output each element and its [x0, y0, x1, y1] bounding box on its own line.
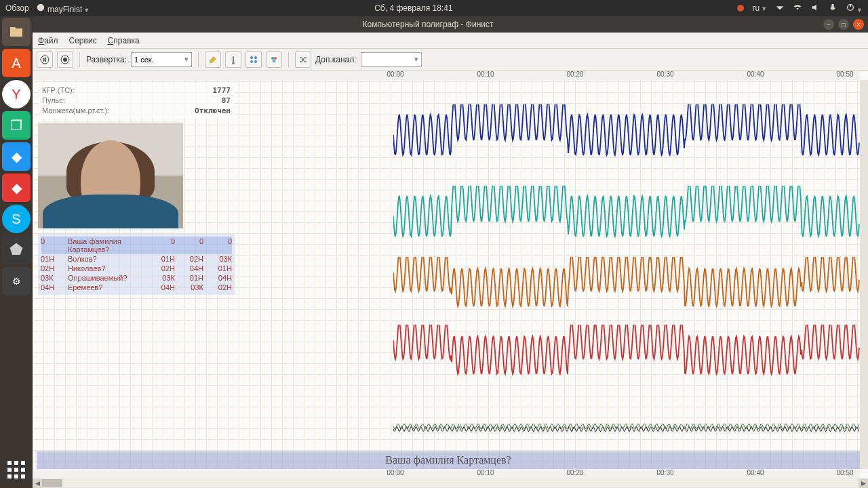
- scroll-right[interactable]: ▶: [859, 479, 868, 488]
- app-menu[interactable]: mayFinist▼: [36, 3, 90, 14]
- svg-point-0: [37, 3, 44, 11]
- show-applications[interactable]: [2, 455, 31, 484]
- window-title: Компьютерный полиграф - Финист: [37, 20, 819, 29]
- keyboard-layout[interactable]: ru▼: [752, 3, 767, 13]
- menu-file[interactable]: Файл: [38, 36, 58, 45]
- tool-marker[interactable]: [225, 52, 241, 68]
- extra-channel-combo[interactable]: [361, 52, 422, 67]
- launcher-yandex[interactable]: Y: [2, 80, 31, 108]
- record-button[interactable]: [57, 52, 73, 68]
- svg-rect-5: [43, 58, 45, 62]
- close-button[interactable]: ×: [853, 19, 864, 30]
- recording-indicator-icon: [737, 5, 744, 12]
- current-question-banner: Ваша фамилия Картамцев?: [37, 451, 860, 469]
- launcher-app-blue[interactable]: ◆: [2, 142, 31, 171]
- time-ruler-top: 00:0000:1000:2000:3000:4000:50: [33, 70, 860, 80]
- waveform-area: [393, 104, 860, 447]
- app-window: Компьютерный полиграф - Финист － □ × Фай…: [33, 16, 868, 488]
- chart-area: 00:0000:1000:2000:3000:4000:50 КГР (ТС):…: [33, 70, 868, 488]
- tool-color[interactable]: [266, 52, 282, 68]
- svg-point-17: [273, 60, 275, 62]
- svg-point-15: [271, 57, 274, 60]
- svg-point-14: [254, 60, 257, 63]
- pause-button[interactable]: [37, 52, 53, 68]
- tool-shuffle[interactable]: [295, 52, 311, 68]
- launcher-software[interactable]: A: [2, 49, 31, 77]
- horizontal-scrollbar[interactable]: ◀ ▶: [33, 479, 868, 488]
- vertical-scrollbar[interactable]: [860, 80, 868, 469]
- extra-channel-label: Доп.канал:: [315, 55, 357, 64]
- svg-point-13: [250, 60, 253, 63]
- svg-point-12: [254, 56, 257, 59]
- camera-preview: [38, 123, 183, 228]
- side-panel: КГР (ТС):1777 Пульс:87 Манжета(мм.рт.ст.…: [38, 83, 235, 295]
- launcher-app-red[interactable]: ◆: [2, 174, 31, 202]
- activities-button[interactable]: Обзор: [5, 3, 29, 13]
- launcher-settings[interactable]: ⚙: [2, 267, 31, 296]
- svg-point-11: [250, 56, 253, 59]
- maximize-button[interactable]: □: [838, 19, 849, 30]
- launcher-skype[interactable]: S: [2, 205, 31, 233]
- tool-link[interactable]: [245, 52, 262, 68]
- launcher-files[interactable]: [2, 18, 31, 46]
- menu-help[interactable]: Справка: [108, 36, 140, 45]
- time-ruler-bottom: 00:0000:1000:2000:3000:4000:50: [33, 469, 860, 479]
- svg-point-10: [232, 62, 235, 64]
- svg-rect-9: [233, 56, 234, 62]
- tool-clear[interactable]: [205, 52, 221, 68]
- sweep-combo[interactable]: 1 сек.: [131, 52, 192, 67]
- microphone-icon[interactable]: [828, 3, 837, 14]
- sweep-label: Развертка:: [86, 55, 127, 64]
- svg-point-16: [274, 57, 277, 60]
- stats-panel: КГР (ТС):1777 Пульс:87 Манжета(мм.рт.ст.…: [38, 83, 235, 119]
- launcher-dock: A Y ❐ ◆ ◆ S ⚙: [0, 16, 33, 488]
- network-icon[interactable]: [775, 3, 785, 14]
- launcher-finist[interactable]: [2, 236, 31, 264]
- clock[interactable]: Сб, 4 февраля 18:41: [90, 3, 737, 13]
- power-icon[interactable]: ▼: [846, 3, 863, 14]
- minimize-button[interactable]: －: [823, 19, 834, 30]
- svg-rect-3: [850, 3, 851, 6]
- menu-bar: Файл Сервис Справка: [33, 33, 868, 49]
- scroll-left[interactable]: ◀: [33, 479, 42, 488]
- svg-point-4: [41, 56, 49, 64]
- svg-point-8: [63, 58, 67, 62]
- toolbar: Развертка: 1 сек. Доп.канал:: [33, 49, 868, 70]
- svg-rect-6: [45, 58, 47, 62]
- menu-service[interactable]: Сервис: [69, 36, 97, 45]
- volume-icon[interactable]: [810, 3, 820, 14]
- system-top-bar: Обзор mayFinist▼ Сб, 4 февраля 18:41 ru▼…: [0, 0, 868, 16]
- wifi-icon[interactable]: [793, 3, 802, 14]
- launcher-app-green[interactable]: ❐: [2, 111, 31, 140]
- window-titlebar: Компьютерный полиграф - Финист － □ ×: [33, 16, 868, 33]
- question-table[interactable]: 0Ваша фамилия Картамцев?00001НВолков?01Н…: [38, 234, 235, 295]
